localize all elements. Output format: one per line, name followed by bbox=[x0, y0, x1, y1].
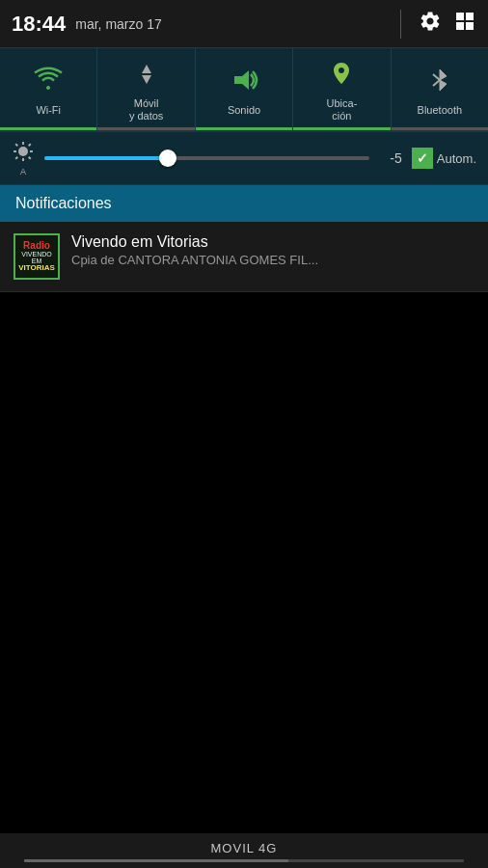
bottom-progress-bar bbox=[24, 859, 463, 862]
radio-label: Radio bbox=[23, 241, 50, 251]
sound-active-bar bbox=[196, 127, 292, 130]
svg-rect-0 bbox=[456, 13, 464, 20]
time-display: 18:44 bbox=[12, 12, 66, 37]
svg-line-15 bbox=[15, 157, 17, 159]
brightness-icon: A bbox=[12, 140, 35, 176]
brightness-fill bbox=[44, 156, 168, 160]
svg-rect-3 bbox=[466, 22, 474, 30]
notification-app-name: Vivendo em Vitorias bbox=[71, 233, 474, 251]
grid-icon[interactable] bbox=[453, 10, 476, 38]
notifications-list: Radio VIVENDO EM VITORIAS Vivendo em Vit… bbox=[0, 222, 488, 292]
bottom-network-label: MOVIL 4G bbox=[211, 841, 278, 855]
sound-icon bbox=[230, 67, 258, 100]
auto-label: Autom. bbox=[437, 151, 476, 166]
brightness-row: A -5 ✓ Autom. bbox=[0, 132, 488, 185]
radio-icon-inner: Radio VIVENDO EM VITORIAS bbox=[15, 235, 58, 278]
location-icon bbox=[327, 60, 356, 94]
brightness-thumb bbox=[159, 149, 176, 167]
svg-line-14 bbox=[29, 145, 31, 147]
wifi-icon bbox=[34, 67, 63, 100]
mobile-data-active-bar bbox=[97, 127, 194, 130]
toggle-sound[interactable]: Sonido bbox=[196, 48, 293, 130]
brightness-value: -5 bbox=[379, 150, 402, 166]
notification-app-icon: Radio VIVENDO EM VITORIAS bbox=[14, 233, 60, 280]
location-active-bar bbox=[293, 127, 390, 130]
checkbox-box: ✓ bbox=[412, 148, 433, 169]
radio-bottom: VITORIAS bbox=[18, 264, 55, 272]
svg-rect-2 bbox=[456, 22, 464, 30]
svg-line-13 bbox=[29, 157, 31, 159]
toggle-bluetooth[interactable]: Bluetooth bbox=[392, 48, 488, 130]
bluetooth-label: Bluetooth bbox=[418, 104, 462, 117]
location-label: Ubica- ción bbox=[327, 97, 358, 122]
svg-marker-5 bbox=[142, 75, 151, 84]
toggle-wifi[interactable]: Wi-Fi bbox=[0, 48, 97, 130]
status-icons bbox=[394, 10, 476, 39]
status-separator bbox=[400, 10, 401, 39]
bottom-bar: MOVIL 4G bbox=[0, 833, 488, 868]
checkbox-check: ✓ bbox=[417, 150, 428, 166]
notification-content: Vivendo em Vitorias Cpia de CANTORA ANTO… bbox=[71, 233, 474, 267]
notifications-title: Notificaciones bbox=[15, 195, 112, 211]
svg-marker-4 bbox=[142, 65, 151, 73]
wifi-label: Wi-Fi bbox=[36, 104, 61, 117]
svg-line-12 bbox=[15, 145, 17, 147]
wifi-active-bar bbox=[0, 127, 96, 130]
bluetooth-active-bar bbox=[392, 127, 488, 130]
radio-sub: VIVENDO EM bbox=[17, 251, 56, 264]
notification-item[interactable]: Radio VIVENDO EM VITORIAS Vivendo em Vit… bbox=[0, 222, 488, 292]
bluetooth-icon bbox=[425, 67, 454, 100]
main-area bbox=[0, 292, 488, 765]
svg-point-7 bbox=[18, 147, 28, 156]
toggle-location[interactable]: Ubica- ción bbox=[293, 48, 391, 130]
svg-rect-1 bbox=[466, 13, 474, 20]
quick-toggles: Wi-Fi Móvil y datos Sonido bbox=[0, 48, 488, 132]
settings-icon[interactable] bbox=[419, 10, 442, 38]
auto-brightness-checkbox[interactable]: ✓ Autom. bbox=[412, 148, 476, 169]
toggle-mobile-data[interactable]: Móvil y datos bbox=[97, 48, 195, 130]
mobile-data-label: Móvil y datos bbox=[129, 97, 163, 122]
brightness-slider[interactable] bbox=[44, 156, 369, 160]
svg-marker-6 bbox=[234, 70, 249, 90]
bottom-progress-fill bbox=[24, 859, 287, 862]
mobile-data-icon bbox=[132, 60, 161, 94]
notification-text: Cpia de CANTORA ANTONIA GOMES FIL... bbox=[71, 253, 474, 267]
sound-label: Sonido bbox=[228, 104, 260, 117]
notifications-header: Notificaciones bbox=[0, 185, 488, 222]
date-display: mar, marzo 17 bbox=[75, 16, 394, 32]
status-bar: 18:44 mar, marzo 17 bbox=[0, 0, 488, 48]
